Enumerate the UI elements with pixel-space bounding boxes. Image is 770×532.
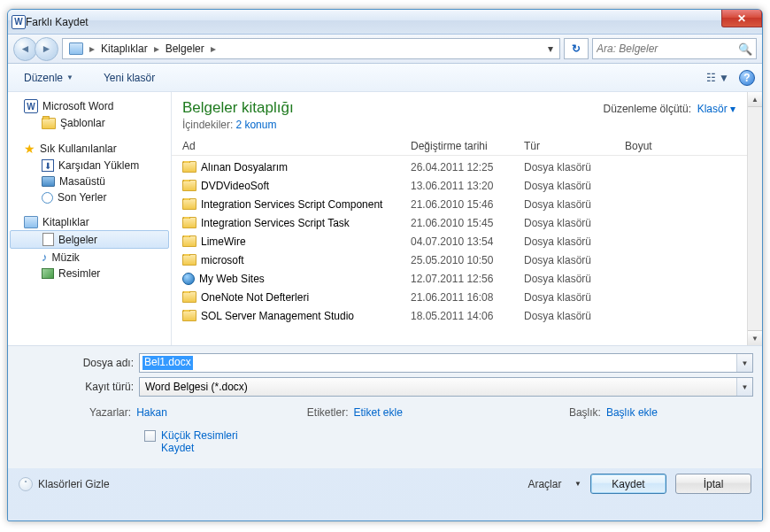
view-options-button[interactable]: ☷▼ bbox=[702, 69, 734, 87]
back-button[interactable]: ◄ bbox=[13, 37, 37, 61]
title-value[interactable]: Başlık ekle bbox=[606, 406, 658, 419]
file-row[interactable]: microsoft25.05.2010 10:50Dosya klasörü bbox=[182, 251, 758, 269]
breadcrumb-dropdown[interactable]: ▾ bbox=[542, 42, 558, 55]
folder-icon bbox=[182, 198, 196, 210]
chevron-down-icon: ▼ bbox=[719, 72, 729, 84]
folder-icon bbox=[182, 217, 196, 228]
sidebar-item-downloads[interactable]: ⬇Karşıdan Yüklem bbox=[8, 158, 171, 173]
file-row[interactable]: LimeWire04.07.2010 13:54Dosya klasörü bbox=[182, 232, 758, 251]
document-icon bbox=[42, 233, 54, 246]
file-row[interactable]: My Web Sites12.07.2011 12:56Dosya klasör… bbox=[182, 269, 758, 288]
sidebar-item-favorites[interactable]: ★Sık Kullanılanlar bbox=[8, 140, 171, 158]
file-row[interactable]: DVDVideoSoft13.06.2011 13:20Dosya klasör… bbox=[182, 176, 758, 195]
file-date: 21.06.2010 15:45 bbox=[411, 217, 524, 229]
new-folder-button[interactable]: Yeni klasör bbox=[96, 68, 162, 88]
sidebar-item-label: Masaüstü bbox=[59, 175, 105, 188]
close-button[interactable]: ✕ bbox=[721, 10, 762, 27]
titlebar[interactable]: W Farklı Kaydet ✕ bbox=[8, 10, 762, 35]
sidebar-item-libraries[interactable]: Kitaplıklar bbox=[8, 214, 171, 230]
filename-combobox[interactable]: Bel1.docx ▼ bbox=[139, 353, 753, 373]
column-size[interactable]: Boyut bbox=[625, 140, 696, 152]
file-name: DVDVideoSoft bbox=[201, 180, 269, 192]
star-icon: ★ bbox=[24, 142, 35, 156]
sidebar-item-label: Karşıdan Yüklem bbox=[58, 159, 139, 172]
folder-icon bbox=[42, 118, 56, 129]
file-type: Dosya klasörü bbox=[524, 217, 625, 229]
file-row[interactable]: Alınan Dosyalarım26.04.2011 12:25Dosya k… bbox=[182, 158, 758, 176]
file-type: Dosya klasörü bbox=[524, 161, 625, 173]
save-button[interactable]: Kaydet bbox=[590, 474, 666, 494]
organize-button[interactable]: Düzenle▼ bbox=[17, 68, 81, 88]
arrange-by-dropdown[interactable]: Klasör ▾ bbox=[697, 103, 735, 115]
file-row[interactable]: OneNote Not Defterleri21.06.2011 16:08Do… bbox=[182, 288, 758, 306]
cancel-button[interactable]: İptal bbox=[675, 474, 751, 494]
file-row[interactable]: Integration Services Script Component21.… bbox=[182, 195, 758, 213]
filetype-value: Word Belgesi (*.docx) bbox=[140, 378, 736, 396]
download-icon: ⬇ bbox=[42, 159, 54, 172]
scroll-up-button[interactable]: ▲ bbox=[748, 92, 762, 107]
title-label: Başlık: bbox=[569, 406, 601, 419]
navigation-sidebar[interactable]: WMicrosoft Word Şablonlar ★Sık Kullanıla… bbox=[8, 92, 172, 345]
column-type[interactable]: Tür bbox=[524, 140, 625, 152]
file-row[interactable]: SOL Server Management Studio18.05.2011 1… bbox=[182, 306, 758, 325]
sidebar-item-music[interactable]: ♪Müzik bbox=[8, 249, 171, 266]
file-date: 18.05.2011 14:06 bbox=[411, 310, 524, 322]
music-icon: ♪ bbox=[42, 251, 48, 264]
sidebar-item-documents[interactable]: Belgeler bbox=[10, 230, 169, 249]
file-date: 21.06.2010 15:46 bbox=[411, 198, 524, 211]
chevron-down-icon[interactable]: ▼ bbox=[736, 378, 752, 396]
authors-value[interactable]: Hakan bbox=[136, 406, 167, 419]
breadcrumb-item[interactable]: Kitaplıklar bbox=[96, 39, 152, 58]
file-list[interactable]: Alınan Dosyalarım26.04.2011 12:25Dosya k… bbox=[172, 156, 762, 345]
search-box[interactable]: 🔍 bbox=[592, 38, 757, 59]
column-headers[interactable]: Ad Değiştirme tarihi Tür Boyut bbox=[172, 135, 762, 156]
folder-icon bbox=[182, 291, 196, 303]
view-icon: ☷ bbox=[706, 72, 716, 84]
sidebar-item-pictures[interactable]: Resimler bbox=[8, 266, 171, 281]
help-button[interactable]: ? bbox=[739, 70, 755, 86]
forward-button[interactable]: ► bbox=[35, 37, 58, 61]
sidebar-item-desktop[interactable]: Masaüstü bbox=[8, 173, 171, 189]
column-date[interactable]: Değiştirme tarihi bbox=[411, 140, 524, 152]
file-list-pane: Belgeler kitaplığı İçindekiler: 2 konum … bbox=[172, 92, 762, 345]
includes-link[interactable]: 2 konum bbox=[235, 119, 276, 131]
breadcrumb-bar[interactable]: ▸ Kitaplıklar ▸ Belgeler ▸ ▾ bbox=[62, 38, 560, 59]
sidebar-item-label: Sık Kullanılanlar bbox=[40, 143, 117, 155]
file-type: Dosya klasörü bbox=[524, 180, 625, 192]
hide-folders-button[interactable]: ˄ Klasörleri Gizle bbox=[19, 477, 110, 491]
file-name: Integration Services Script Task bbox=[201, 217, 350, 229]
file-name: OneNote Not Defterleri bbox=[201, 291, 309, 304]
scroll-down-button[interactable]: ▼ bbox=[748, 330, 762, 345]
sidebar-item-templates[interactable]: Şablonlar bbox=[8, 115, 171, 131]
includes-label: İçindekiler: bbox=[182, 119, 233, 131]
sidebar-item-word[interactable]: WMicrosoft Word bbox=[8, 97, 171, 115]
filename-input[interactable]: Bel1.docx bbox=[142, 356, 193, 370]
save-thumbnail-checkbox[interactable] bbox=[144, 430, 156, 442]
save-thumbnail-label[interactable]: Küçük Resimleri Kaydet bbox=[161, 429, 238, 454]
folder-icon bbox=[182, 254, 196, 266]
save-form: Dosya adı: Bel1.docx ▼ Kayıt türü: Word … bbox=[8, 345, 762, 468]
breadcrumb-item[interactable]: Belgeler bbox=[161, 39, 209, 58]
filename-label: Dosya adı: bbox=[17, 357, 139, 369]
file-row[interactable]: Integration Services Script Task21.06.20… bbox=[182, 213, 758, 232]
window-title: Farklı Kaydet bbox=[26, 16, 89, 28]
sidebar-item-label: Microsoft Word bbox=[42, 100, 113, 112]
chevron-down-icon[interactable]: ▼ bbox=[736, 354, 752, 372]
chevron-down-icon: ▼ bbox=[574, 480, 581, 488]
search-input[interactable] bbox=[597, 42, 738, 55]
file-name: Integration Services Script Component bbox=[201, 198, 382, 211]
column-name[interactable]: Ad bbox=[182, 140, 411, 152]
tags-value[interactable]: Etiket ekle bbox=[354, 406, 403, 419]
folder-icon bbox=[182, 310, 196, 321]
refresh-button[interactable]: ↻ bbox=[564, 38, 589, 59]
sidebar-item-recent[interactable]: Son Yerler bbox=[8, 189, 171, 205]
chevron-right-icon: ▸ bbox=[88, 42, 96, 55]
sidebar-item-label: Müzik bbox=[52, 251, 80, 264]
sidebar-item-label: Şablonlar bbox=[60, 117, 105, 129]
word-icon: W bbox=[12, 15, 26, 29]
library-icon bbox=[69, 42, 83, 55]
tools-dropdown[interactable]: Araçlar ▼ bbox=[527, 478, 581, 490]
filetype-combobox[interactable]: Word Belgesi (*.docx) ▼ bbox=[139, 377, 753, 397]
vertical-scrollbar[interactable]: ▲ ▼ bbox=[747, 92, 762, 345]
file-type: Dosya klasörü bbox=[524, 291, 625, 304]
